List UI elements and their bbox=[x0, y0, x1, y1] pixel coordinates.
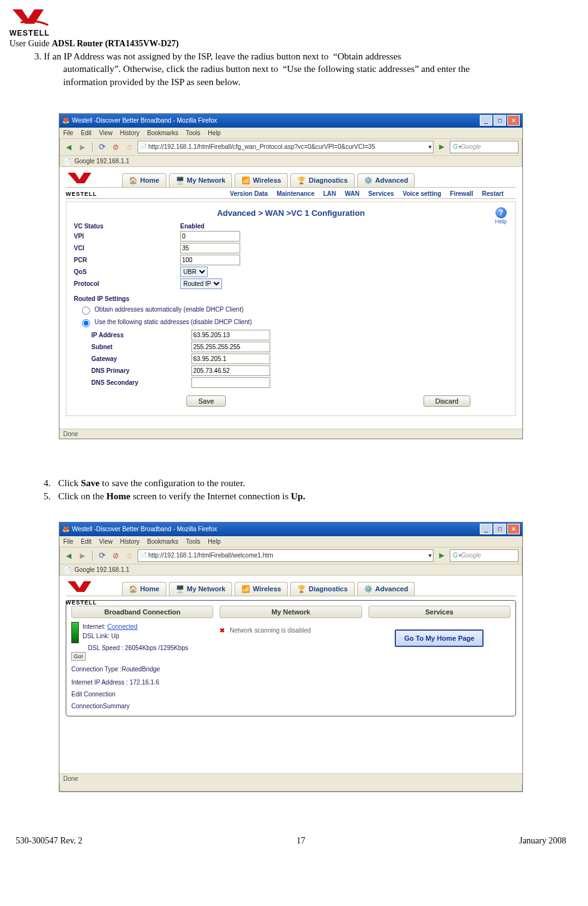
menu-view[interactable]: View bbox=[99, 130, 113, 136]
go-icon[interactable]: ▶ bbox=[436, 550, 447, 561]
internet-status-link[interactable]: Connected bbox=[107, 623, 137, 630]
dns2-label: DNS Secondary bbox=[91, 379, 191, 386]
forward-icon[interactable]: ► bbox=[77, 141, 88, 153]
search-box-2[interactable]: G▾ Google bbox=[450, 549, 519, 562]
subtab-wan[interactable]: WAN bbox=[345, 190, 359, 197]
back-icon[interactable]: ◄ bbox=[63, 550, 74, 561]
close-button[interactable]: ✕ bbox=[507, 524, 520, 534]
vpi-input[interactable] bbox=[180, 231, 240, 242]
tab-wireless[interactable]: 📶Wireless bbox=[235, 582, 288, 596]
subtab-version[interactable]: Version Data bbox=[230, 190, 268, 197]
col-broadband: Broadband Connection bbox=[71, 606, 213, 618]
reload-icon[interactable]: ⟳ bbox=[96, 550, 108, 561]
minimize-button[interactable]: _ bbox=[480, 115, 492, 126]
minimize-button[interactable]: _ bbox=[480, 524, 492, 534]
screenshot-wan-config: 🦊 Westell -Discover Better Broadband - M… bbox=[59, 113, 523, 439]
tab-diagnostics[interactable]: 🏆Diagnostics bbox=[290, 582, 354, 596]
help-link[interactable]: ?Help bbox=[495, 207, 507, 225]
tab-advanced[interactable]: ⚙️Advanced bbox=[357, 173, 415, 187]
firefox-icon: 🦊 bbox=[62, 117, 69, 124]
menu-bookmarks[interactable]: Bookmarks bbox=[147, 538, 178, 545]
menu-history[interactable]: History bbox=[120, 538, 139, 545]
qos-select[interactable]: UBR bbox=[180, 267, 208, 277]
address-bar-2[interactable]: 📄 http://192.168.1.1/htmlFireball/welcom… bbox=[138, 549, 433, 562]
menu-bookmarks[interactable]: Bookmarks bbox=[147, 130, 178, 136]
home-icon[interactable]: ⌂ bbox=[124, 141, 135, 153]
goto-homepage-button[interactable]: Go To My Home Page bbox=[395, 629, 484, 647]
subtab-lan[interactable]: LAN bbox=[323, 190, 337, 197]
maximize-button[interactable]: □ bbox=[494, 115, 506, 126]
internet-label: Internet: bbox=[83, 623, 106, 630]
home-icon[interactable]: ⌂ bbox=[124, 550, 135, 561]
menu-file[interactable]: File bbox=[63, 130, 73, 136]
menu-edit[interactable]: Edit bbox=[81, 538, 91, 545]
tab-mynetwork[interactable]: 🖥️My Network bbox=[169, 173, 233, 187]
forward-icon[interactable]: ► bbox=[77, 550, 88, 561]
dns2-input[interactable] bbox=[191, 377, 270, 388]
status-bar-2: Done bbox=[59, 773, 522, 783]
menu-file[interactable]: File bbox=[63, 538, 73, 545]
dns1-input[interactable] bbox=[191, 365, 270, 376]
tab-mynetwork[interactable]: 🖥️My Network bbox=[169, 582, 233, 596]
search-box[interactable]: G▾ Google bbox=[450, 141, 519, 153]
connection-summary-link[interactable]: ConnectionSummary bbox=[71, 701, 213, 711]
panel-title: Advanced > WAN >VC 1 Configuration bbox=[74, 208, 508, 218]
vci-label: VCI bbox=[74, 245, 180, 252]
step3-paragraph: 3. If an IP Address was not assigned by … bbox=[9, 50, 572, 88]
subtab-maint[interactable]: Maintenance bbox=[276, 190, 315, 197]
ipaddr-input[interactable] bbox=[191, 330, 270, 340]
proto-select[interactable]: Routed IP bbox=[180, 278, 222, 289]
back-icon[interactable]: ◄ bbox=[63, 141, 74, 153]
footer-right: January 2008 bbox=[519, 836, 566, 846]
radio-dhcp-label: Obtain addresses automatically (enable D… bbox=[94, 306, 243, 313]
wireless-icon: 📶 bbox=[241, 585, 250, 593]
address-bar[interactable]: 📄 http://192.168.1.1/htmlFireball/cfg_wa… bbox=[138, 141, 433, 153]
radio-dhcp[interactable] bbox=[82, 307, 90, 315]
maximize-button[interactable]: □ bbox=[494, 524, 506, 534]
radio-static[interactable] bbox=[82, 319, 90, 327]
gateway-input[interactable] bbox=[191, 354, 270, 364]
url-text: http://192.168.1.1/htmlFireball/cfg_wan_… bbox=[148, 143, 375, 150]
p3-lead: 3. If an IP Address was not assigned by … bbox=[34, 51, 328, 61]
edit-connection-link[interactable]: Edit Connection bbox=[71, 690, 213, 699]
p3-l3: information provided by the ISP as seen … bbox=[34, 76, 240, 88]
pcr-label: PCR bbox=[74, 257, 180, 263]
reload-icon[interactable]: ⟳ bbox=[96, 141, 108, 153]
subtab-firewall[interactable]: Firewall bbox=[450, 190, 473, 197]
discard-button[interactable]: Discard bbox=[423, 395, 470, 407]
subtab-restart[interactable]: Restart bbox=[482, 190, 504, 197]
go-icon[interactable]: ▶ bbox=[436, 141, 447, 153]
userguide-label: User Guide bbox=[9, 39, 49, 48]
tab-home[interactable]: 🏠Home bbox=[122, 582, 166, 596]
step4-bold: Save bbox=[81, 478, 99, 488]
menu-help[interactable]: Help bbox=[208, 538, 221, 545]
vpi-label: VPI bbox=[74, 233, 180, 240]
p3-l2b: and enter the bbox=[421, 64, 469, 74]
close-button[interactable]: ✕ bbox=[507, 115, 520, 126]
menu-tools[interactable]: Tools bbox=[186, 538, 200, 545]
tab-wireless[interactable]: 📶Wireless bbox=[235, 173, 288, 187]
bookmark-item[interactable]: Google 192.168.1.1 bbox=[74, 158, 129, 165]
menu-view[interactable]: View bbox=[99, 538, 113, 545]
p3-q1: “Obtain addresses bbox=[333, 51, 402, 61]
menu-history[interactable]: History bbox=[120, 130, 139, 136]
menu-help[interactable]: Help bbox=[208, 130, 221, 136]
vci-input[interactable] bbox=[180, 243, 240, 253]
save-button[interactable]: Save bbox=[186, 395, 226, 407]
tab-advanced[interactable]: ⚙️Advanced bbox=[357, 582, 415, 596]
tab-home[interactable]: 🏠Home bbox=[122, 173, 166, 187]
help-icon: ? bbox=[495, 207, 507, 218]
pcr-input[interactable] bbox=[180, 255, 240, 265]
x-icon: ✖ bbox=[220, 627, 225, 634]
menu-tools[interactable]: Tools bbox=[186, 130, 200, 136]
stop-icon[interactable]: ⊘ bbox=[110, 550, 121, 561]
menu-edit[interactable]: Edit bbox=[81, 130, 91, 136]
subtab-voice[interactable]: Voice setting bbox=[403, 190, 442, 197]
tab-diagnostics[interactable]: 🏆Diagnostics bbox=[290, 173, 354, 187]
go-button[interactable]: Go! bbox=[71, 652, 86, 661]
stop-icon[interactable]: ⊘ bbox=[110, 141, 121, 153]
bookmark-bar: 📄Google 192.168.1.1 bbox=[59, 156, 522, 167]
subnet-input[interactable] bbox=[191, 342, 270, 352]
subtab-services[interactable]: Services bbox=[368, 190, 394, 197]
bookmark-item-2[interactable]: Google 192.168.1.1 bbox=[74, 566, 129, 573]
